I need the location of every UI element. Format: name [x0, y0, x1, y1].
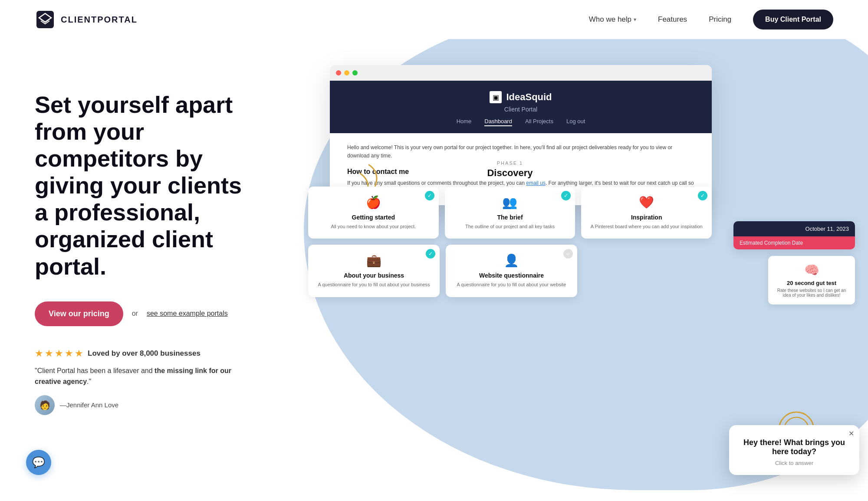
- reviewer-name: —Jennifer Ann Love: [60, 401, 118, 409]
- right-visual: ▣ IdeaSquid Client Portal Home Dashboard…: [295, 39, 868, 501]
- gut-test-title: 20 second gut test: [775, 280, 848, 286]
- cards-grid-row1: ✓ 🍎 Getting started All you need to know…: [304, 187, 716, 239]
- card-icon-5: 👤: [453, 253, 570, 268]
- card-desc-4: A questionnaire for you to fill out abou…: [315, 282, 433, 288]
- nav-pricing[interactable]: Pricing: [709, 15, 731, 24]
- main-container: Set yourself apart from your competitors…: [0, 39, 868, 501]
- browser-dot-green: [352, 70, 358, 75]
- card-check-1: ✓: [425, 191, 434, 200]
- portal-nav-home[interactable]: Home: [457, 118, 472, 126]
- left-content: Set yourself apart from your competitors…: [0, 39, 295, 501]
- chat-popup-title: Hey there! What brings you here today?: [738, 438, 851, 456]
- chat-icon: 💬: [32, 456, 45, 468]
- nav-features[interactable]: Features: [658, 15, 687, 24]
- close-icon[interactable]: ✕: [848, 429, 854, 438]
- gut-test-desc: Rate these websites so I can get an idea…: [775, 288, 848, 298]
- card-title-4: About your business: [315, 272, 433, 279]
- site-header: CLIENTPORTAL Who we help ▾ Features Pric…: [0, 0, 868, 39]
- chat-popup: ✕ Hey there! What brings you here today?…: [729, 425, 859, 475]
- portal-logo-row: ▣ IdeaSquid: [347, 91, 694, 103]
- portal-welcome-text: Hello and welcome! This is your very own…: [347, 144, 694, 160]
- portal-nav-projects[interactable]: All Projects: [525, 118, 553, 126]
- star-3: ★: [55, 348, 63, 359]
- cards-grid-row2: ✓ 💼 About your business A questionnaire …: [304, 239, 582, 297]
- star-4: ★: [65, 348, 73, 359]
- date-card-label: Estimated Completion Date: [733, 236, 855, 249]
- avatar: 🧑: [35, 395, 55, 415]
- gut-test-card: 🧠 20 second gut test Rate these websites…: [768, 256, 855, 305]
- date-card-header: October 11, 2023: [733, 221, 855, 236]
- card-icon-3: ❤️: [588, 195, 705, 210]
- card-icon-2: 👥: [452, 195, 569, 210]
- phase-cards-area: PHASE 1 Discovery ✓ 🍎 Getting started Al…: [304, 160, 716, 297]
- portal-header: ▣ IdeaSquid Client Portal Home Dashboard…: [330, 81, 712, 133]
- card-title-3: Inspiration: [588, 214, 705, 221]
- nav-who-we-help[interactable]: Who we help ▾: [589, 15, 636, 24]
- stars-row: ★ ★ ★ ★ ★ Loved by over 8,000 businesses: [35, 348, 260, 359]
- card-desc-5: A questionnaire for you to fill out abou…: [453, 282, 570, 288]
- card-desc-2: The outline of our project and all key t…: [452, 223, 569, 230]
- cta-row: View our pricing or see some example por…: [35, 301, 260, 326]
- star-1: ★: [35, 348, 43, 359]
- view-pricing-button[interactable]: View our pricing: [35, 301, 123, 326]
- chat-widget[interactable]: 💬: [26, 450, 51, 475]
- card-check-4: ✓: [426, 249, 435, 259]
- card-title-2: The brief: [452, 214, 569, 221]
- chat-bubble-button[interactable]: 💬: [26, 450, 51, 475]
- card-check-2: ✓: [561, 191, 571, 200]
- chevron-down-icon: ▾: [634, 16, 636, 23]
- or-text: or: [132, 310, 138, 318]
- reviewer-row: 🧑 —Jennifer Ann Love: [35, 395, 260, 415]
- star-5: ★: [75, 348, 83, 359]
- card-icon-1: 🍎: [315, 195, 432, 210]
- card-check-5: ○: [563, 249, 573, 259]
- card-desc-3: A Pinterest board where you can add your…: [588, 223, 705, 230]
- card-brief: ✓ 👥 The brief The outline of our project…: [445, 187, 575, 239]
- card-title-1: Getting started: [315, 214, 432, 221]
- example-portals-link[interactable]: see some example portals: [147, 310, 228, 318]
- date-card: October 11, 2023 Estimated Completion Da…: [733, 221, 855, 249]
- card-icon-4: 💼: [315, 253, 433, 268]
- card-website-questionnaire: ○ 👤 Website questionnaire A questionnair…: [446, 245, 577, 297]
- social-proof: ★ ★ ★ ★ ★ Loved by over 8,000 businesses…: [35, 348, 260, 415]
- logo-icon: [35, 9, 56, 30]
- portal-logo-icon: ▣: [490, 91, 502, 103]
- card-inspiration: ✓ ❤️ Inspiration A Pinterest board where…: [581, 187, 712, 239]
- portal-brand: IdeaSquid: [506, 92, 552, 103]
- chat-popup-subtitle[interactable]: Click to answer: [738, 460, 851, 466]
- logo-text: CLIENTPORTAL: [61, 15, 138, 25]
- portal-nav: Home Dashboard All Projects Log out: [347, 118, 694, 126]
- main-nav: Who we help ▾ Features Pricing Buy Clien…: [589, 10, 833, 29]
- hero-headline: Set yourself apart from your competitors…: [35, 91, 260, 280]
- testimonial-text: "Client Portal has been a lifesaver and …: [35, 365, 252, 387]
- gut-test-icon: 🧠: [775, 263, 848, 277]
- chat-popup-body: Hey there! What brings you here today? C…: [729, 425, 859, 475]
- card-check-3: ✓: [698, 191, 707, 200]
- portal-nav-dashboard[interactable]: Dashboard: [484, 118, 512, 126]
- star-rating: ★ ★ ★ ★ ★: [35, 348, 83, 359]
- card-getting-started: ✓ 🍎 Getting started All you need to know…: [308, 187, 439, 239]
- card-desc-1: All you need to know about your project.: [315, 223, 432, 230]
- star-2: ★: [45, 348, 53, 359]
- portal-subtitle: Client Portal: [347, 106, 694, 113]
- browser-dot-red: [336, 70, 341, 75]
- buy-button[interactable]: Buy Client Portal: [753, 10, 833, 29]
- logo-area[interactable]: CLIENTPORTAL: [35, 9, 138, 30]
- portal-nav-logout[interactable]: Log out: [566, 118, 585, 126]
- card-title-5: Website questionnaire: [453, 272, 570, 279]
- browser-titlebar: [330, 65, 712, 81]
- phase-label: PHASE 1: [304, 160, 716, 166]
- card-about-business: ✓ 💼 About your business A questionnaire …: [308, 245, 440, 297]
- browser-dot-yellow: [344, 70, 349, 75]
- loved-text: Loved by over 8,000 businesses: [88, 349, 201, 358]
- phase-title: Discovery: [304, 167, 716, 179]
